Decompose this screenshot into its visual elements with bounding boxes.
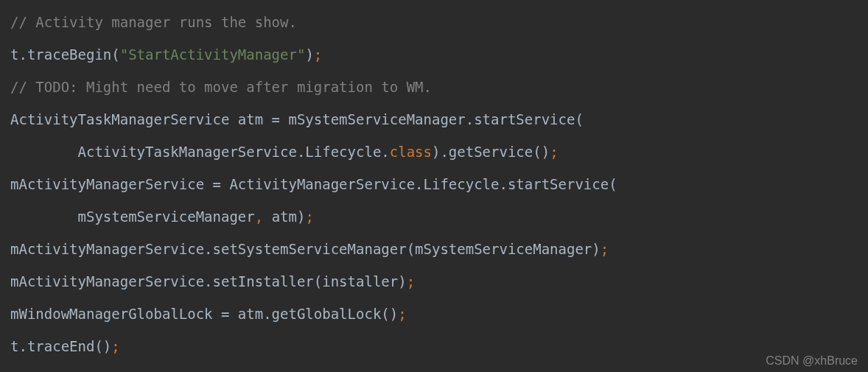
code-string: "StartActivityManager" [120,46,306,63]
code-comma: , [255,208,263,225]
code-semicolon: ; [550,144,558,160]
code-block: // Activity manager runs the show. t.tra… [0,0,868,368]
code-semicolon: ; [407,273,415,289]
code-keyword: class [390,144,432,160]
code-text: mActivityManagerService.setSystemService… [10,241,601,257]
code-text: t.traceEnd() [10,338,111,354]
code-semicolon: ; [305,208,313,225]
code-semicolon: ; [111,338,119,354]
code-text: mActivityManagerService.setInstaller(ins… [10,273,407,289]
code-semicolon: ; [314,46,322,63]
code-text: mActivityManagerService = ActivityManage… [10,176,617,192]
code-text: mWindowManagerGlobalLock = atm.getGlobal… [10,306,398,322]
code-comment: // TODO: Might need to move after migrat… [10,79,432,95]
code-text: mSystemServiceManager [10,208,255,225]
code-text: ActivityTaskManagerService atm = mSystem… [10,111,584,127]
code-text: t.traceBegin( [10,46,120,63]
code-semicolon: ; [398,306,406,322]
code-semicolon: ; [601,241,609,257]
code-comment: // Activity manager runs the show. [10,14,297,30]
code-text: ActivityTaskManagerService.Lifecycle. [10,144,390,160]
code-text: ) [305,46,313,63]
code-text: atm) [263,208,305,225]
code-text: ).getService() [432,144,550,160]
